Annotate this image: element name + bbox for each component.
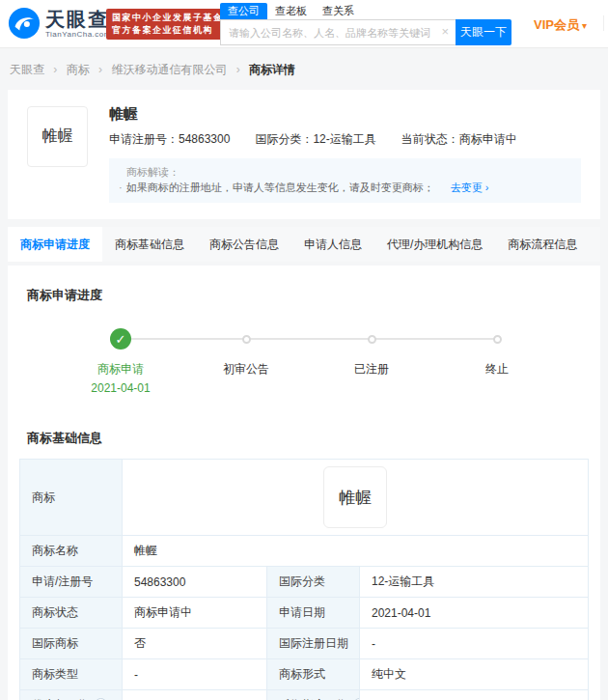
tab-goods-services[interactable]: 商品/服务项目 <box>590 227 600 262</box>
trademark-thumbnail-text: 帷幄 <box>42 126 73 147</box>
vip-link[interactable]: VIP会员▾ <box>534 16 587 34</box>
table-row: 申请/注册号 54863300 国际分类 12-运输工具 <box>20 567 589 598</box>
step-date: 2021-04-01 <box>91 381 150 395</box>
site-header: 天眼查 TianYanCha.com 国家中小企业发展子基金下 官方备案企业征信… <box>0 0 608 48</box>
trademark-image: 帷幄 <box>323 466 387 528</box>
row-value: 54863300 <box>123 567 267 598</box>
interpretation-text: 如果商标的注册地址，申请人等信息发生变化，请及时变更商标； <box>126 182 434 193</box>
row-label: 商标名称 <box>20 536 123 567</box>
breadcrumb-separator: › <box>236 63 240 76</box>
breadcrumb-home[interactable]: 天眼查 <box>10 63 44 76</box>
international-class-field: 国际分类：12-运输工具 <box>255 131 375 148</box>
logo-name: 天眼查 <box>45 9 111 30</box>
trademark-summary-card: 帷幄 帷幄 申请注册号：54863300 国际分类：12-运输工具 当前状态：商… <box>8 90 600 219</box>
search-input[interactable] <box>220 19 456 45</box>
row-value: 商标申请中 <box>123 598 267 629</box>
tab-applicant-info[interactable]: 申请人信息 <box>291 227 374 262</box>
pending-dot-icon <box>368 335 376 344</box>
interpretation-box: 商标解读： ·如果商标的注册地址，申请人等信息发生变化，请及时变更商标； 去变更… <box>109 158 581 203</box>
step-terminated: 终止 <box>434 328 560 395</box>
tianyancha-eye-icon <box>8 7 41 40</box>
row-value: 纯中文 <box>360 659 589 690</box>
row-label: 申请/注册号 <box>20 567 123 598</box>
bullet: · <box>119 182 123 193</box>
application-progress-stepper: ✓ 商标申请 2021-04-01 初审公告 已注册 终止 <box>19 328 589 395</box>
row-value: - <box>123 690 267 700</box>
row-label: 商标类型 <box>20 659 123 690</box>
tab-announcement-info[interactable]: 商标公告信息 <box>197 227 291 262</box>
tab-basic-info[interactable]: 商标基础信息 <box>102 227 197 262</box>
table-row: 国际商标 否 国际注册日期 - <box>20 629 589 659</box>
tab-agency-info[interactable]: 代理/办理机构信息 <box>374 227 495 262</box>
row-value: 帷幄 <box>123 536 589 567</box>
badge-line-2: 官方备案企业征信机构 <box>112 24 234 37</box>
breadcrumb-separator: › <box>53 63 57 76</box>
row-value: 2021-04-01 <box>360 598 589 629</box>
breadcrumb-separator: › <box>98 63 102 76</box>
row-label: 优先权日期? <box>20 690 123 700</box>
interpretation-title: 商标解读： <box>126 165 571 180</box>
search-block: 查公司 查老板 查关系 × 天眼一下 <box>220 3 511 45</box>
search-button[interactable]: 天眼一下 <box>456 19 511 45</box>
current-status-field: 当前状态：商标申请中 <box>401 131 517 148</box>
clear-icon[interactable]: × <box>441 25 449 39</box>
breadcrumb-trademark[interactable]: 商标 <box>67 63 90 76</box>
row-value: - <box>360 629 589 659</box>
row-label: 国际商标 <box>20 629 123 659</box>
registration-number-field: 申请注册号：54863300 <box>109 131 230 148</box>
chevron-right-icon: › <box>485 182 489 193</box>
pending-dot-icon <box>242 335 251 344</box>
row-value: - <box>123 659 267 690</box>
detail-tabbar: 商标申请进度 商标基础信息 商标公告信息 申请人信息 代理/办理机构信息 商标流… <box>8 227 600 262</box>
detail-content-card: 商标申请进度 ✓ 商标申请 2021-04-01 初审公告 已注册 终止 商标基… <box>8 266 600 700</box>
row-value: 12-运输工具 <box>360 567 589 598</box>
row-value: - <box>360 690 589 700</box>
row-label: 商标 <box>20 460 123 536</box>
table-row: 商标 帷幄 <box>20 460 589 536</box>
table-row: 商标类型 - 商标形式 纯中文 <box>20 659 589 690</box>
tianyancha-logo[interactable]: 天眼查 TianYanCha.com <box>8 7 111 40</box>
search-tab-boss[interactable]: 查老板 <box>267 3 315 19</box>
breadcrumb-current: 商标详情 <box>249 63 295 76</box>
progress-section-title: 商标申请进度 <box>19 277 589 304</box>
check-icon: ✓ <box>110 328 131 350</box>
header-divider <box>603 15 604 31</box>
breadcrumb-company[interactable]: 维沃移动通信有限公司 <box>111 63 227 76</box>
breadcrumb: 天眼查 › 商标 › 维沃移动通信有限公司 › 商标详情 <box>0 48 608 90</box>
row-label: 申请日期 <box>267 598 360 629</box>
go-change-link[interactable]: 去变更 › <box>451 182 489 193</box>
pending-dot-icon <box>493 335 502 344</box>
trademark-title: 帷幄 <box>109 106 581 122</box>
row-label: 国际分类 <box>267 567 360 598</box>
basic-info-section-title: 商标基础信息 <box>19 420 589 447</box>
basic-info-table: 商标 帷幄 商标名称 帷幄 申请/注册号 54863300 国际分类 12-运输… <box>19 459 589 700</box>
logo-domain: TianYanCha.com <box>45 30 111 39</box>
row-label: 商标形式 <box>267 659 360 690</box>
row-label: 国际注册日期 <box>267 629 360 659</box>
tab-application-progress[interactable]: 商标申请进度 <box>8 227 102 262</box>
search-tab-company[interactable]: 查公司 <box>220 3 267 19</box>
row-label: 后期指定日期? <box>267 690 360 700</box>
search-tab-relation[interactable]: 查关系 <box>315 3 362 19</box>
badge-line-1: 国家中小企业发展子基金下 <box>112 12 234 24</box>
vip-label: VIP会员 <box>534 17 579 32</box>
table-row: 商标名称 帷幄 <box>20 536 589 567</box>
table-row: 优先权日期? - 后期指定日期? - <box>20 690 589 700</box>
row-label: 商标状态 <box>20 598 123 629</box>
trademark-thumbnail: 帷幄 <box>27 106 88 167</box>
summary-fields: 申请注册号：54863300 国际分类：12-运输工具 当前状态：商标申请中 <box>109 131 581 148</box>
table-row: 商标状态 商标申请中 申请日期 2021-04-01 <box>20 598 589 629</box>
row-value: 否 <box>123 629 267 659</box>
trademark-image-cell: 帷幄 <box>123 460 589 536</box>
caret-down-icon: ▾ <box>582 20 587 31</box>
search-tabs: 查公司 查老板 查关系 <box>220 3 511 19</box>
tab-process-info[interactable]: 商标流程信息 <box>495 227 590 262</box>
